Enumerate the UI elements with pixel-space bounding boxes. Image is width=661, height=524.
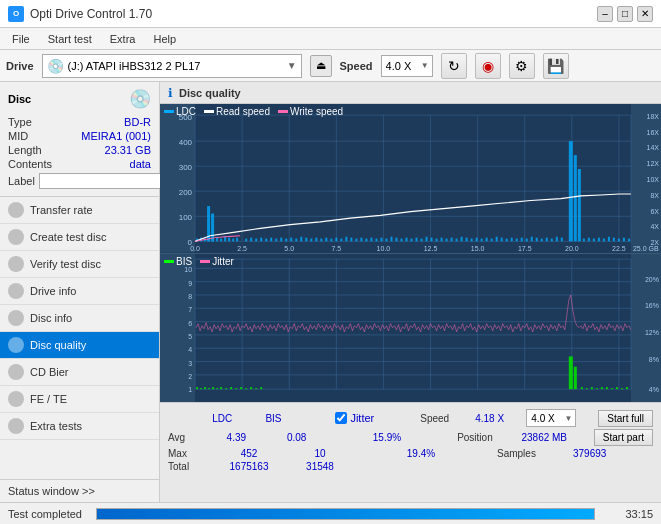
svg-text:12%: 12% — [645, 328, 660, 336]
stats-header-row: LDC BIS Jitter Speed 4.18 X 4.0 X 2.0 X … — [168, 409, 653, 427]
max-bis: 10 — [295, 448, 345, 459]
disc-length-row: Length 23.31 GB — [8, 144, 151, 156]
svg-rect-72 — [310, 239, 312, 242]
svg-rect-98 — [441, 238, 443, 242]
svg-text:5: 5 — [188, 332, 192, 340]
menu-help[interactable]: Help — [145, 31, 184, 47]
drive-value: (J:) ATAPI iHBS312 2 PL17 — [68, 60, 283, 72]
svg-rect-51 — [216, 238, 218, 242]
svg-text:14X: 14X — [647, 145, 660, 152]
refresh-button[interactable]: ↻ — [441, 53, 467, 79]
status-window-button[interactable]: Status window >> — [0, 480, 159, 502]
disc-label-input[interactable] — [39, 173, 172, 189]
speed-header: Speed — [420, 413, 449, 424]
sidebar-item-create-test-disc[interactable]: Create test disc — [0, 224, 159, 251]
fe-te-icon — [8, 391, 24, 407]
menu-file[interactable]: File — [4, 31, 38, 47]
svg-rect-183 — [225, 388, 227, 389]
svg-rect-192 — [574, 366, 577, 389]
disc-contents-label: Contents — [8, 158, 52, 170]
svg-rect-119 — [546, 238, 548, 242]
svg-rect-107 — [486, 238, 488, 242]
svg-text:17.5: 17.5 — [518, 245, 532, 252]
menu-bar: File Start test Extra Help — [0, 28, 661, 50]
save-button[interactable]: 💾 — [543, 53, 569, 79]
stats-total-row: Total 1675163 31548 — [168, 461, 653, 472]
drive-selector[interactable]: 💿 (J:) ATAPI iHBS312 2 PL17 ▼ — [42, 54, 302, 78]
svg-rect-90 — [400, 239, 402, 242]
svg-rect-115 — [526, 239, 528, 242]
sidebar-item-transfer-rate[interactable]: Transfer rate — [0, 197, 159, 224]
sidebar-item-drive-info[interactable]: Drive info — [0, 278, 159, 305]
stats-speed-selector[interactable]: 4.0 X 2.0 X ▼ — [526, 409, 576, 427]
minimize-button[interactable]: – — [597, 6, 613, 22]
svg-rect-105 — [476, 238, 478, 242]
speed-selector[interactable]: 4.0 X 2.0 X 8.0 X ▼ — [381, 55, 433, 77]
disc-icon: 💿 — [129, 88, 151, 110]
extra-tests-icon — [8, 418, 24, 434]
disc-info-section: Disc 💿 Type BD-R MID MEIRA1 (001) Length… — [0, 82, 159, 197]
sidebar-item-extra-tests[interactable]: Extra tests — [0, 413, 159, 440]
svg-rect-69 — [295, 239, 297, 242]
svg-text:10X: 10X — [647, 176, 660, 183]
svg-rect-185 — [235, 388, 237, 389]
svg-rect-202 — [626, 387, 628, 389]
svg-rect-127 — [588, 238, 590, 242]
svg-text:15.0: 15.0 — [471, 245, 485, 252]
svg-rect-109 — [496, 237, 498, 242]
svg-text:5.0: 5.0 — [284, 245, 294, 252]
start-part-button[interactable]: Start part — [594, 429, 653, 446]
svg-rect-129 — [598, 238, 600, 242]
position-label: Position — [457, 432, 505, 443]
svg-rect-56 — [236, 238, 238, 242]
svg-text:9: 9 — [188, 279, 192, 287]
svg-rect-102 — [461, 237, 463, 242]
svg-rect-132 — [613, 238, 615, 242]
svg-rect-190 — [260, 387, 262, 389]
svg-rect-62 — [260, 238, 262, 242]
stats-bar: LDC BIS Jitter Speed 4.18 X 4.0 X 2.0 X … — [160, 402, 661, 502]
close-button[interactable]: ✕ — [637, 6, 653, 22]
sidebar-item-disc-quality[interactable]: Disc quality — [0, 332, 159, 359]
svg-rect-87 — [385, 239, 387, 242]
disc-mid-label: MID — [8, 130, 28, 142]
speed-select[interactable]: 4.0 X 2.0 X 8.0 X — [382, 56, 432, 76]
maximize-button[interactable]: □ — [617, 6, 633, 22]
svg-rect-104 — [471, 239, 473, 242]
sidebar-item-fe-te[interactable]: FE / TE — [0, 386, 159, 413]
stats-bis-header: BIS — [257, 413, 289, 424]
svg-rect-180 — [212, 387, 214, 389]
svg-text:300: 300 — [179, 163, 192, 172]
svg-rect-84 — [370, 238, 372, 242]
svg-rect-55 — [232, 239, 234, 242]
svg-rect-54 — [228, 238, 230, 242]
title-bar: O Opti Drive Control 1.70 – □ ✕ — [0, 0, 661, 28]
svg-text:8X: 8X — [650, 192, 659, 199]
start-full-button[interactable]: Start full — [598, 410, 653, 427]
drive-info-icon — [8, 283, 24, 299]
eject-button[interactable]: ⏏ — [310, 55, 332, 77]
stats-speed-select[interactable]: 4.0 X 2.0 X — [527, 409, 575, 427]
svg-rect-128 — [593, 239, 595, 242]
svg-text:7: 7 — [188, 306, 192, 314]
sidebar-item-verify-test-disc[interactable]: Verify test disc — [0, 251, 159, 278]
legend-jitter-label: Jitter — [212, 256, 234, 267]
menu-extra[interactable]: Extra — [102, 31, 144, 47]
sidebar-item-cd-bier[interactable]: CD Bier — [0, 359, 159, 386]
jitter-checkbox[interactable] — [335, 412, 347, 424]
svg-rect-111 — [506, 239, 508, 242]
sidebar-item-disc-info[interactable]: Disc info — [0, 305, 159, 332]
svg-rect-92 — [411, 239, 413, 242]
svg-text:10.0: 10.0 — [377, 245, 391, 252]
legend-write-speed-color — [278, 110, 288, 113]
svg-rect-135 — [628, 239, 630, 242]
svg-text:2.5: 2.5 — [237, 245, 247, 252]
svg-text:3: 3 — [188, 359, 192, 367]
svg-rect-60 — [250, 238, 252, 242]
settings-button[interactable]: ⚙ — [509, 53, 535, 79]
svg-rect-179 — [208, 388, 210, 389]
disc-button[interactable]: ◉ — [475, 53, 501, 79]
legend-read-speed: Read speed — [204, 106, 270, 117]
menu-start-test[interactable]: Start test — [40, 31, 100, 47]
cd-bier-icon — [8, 364, 24, 380]
